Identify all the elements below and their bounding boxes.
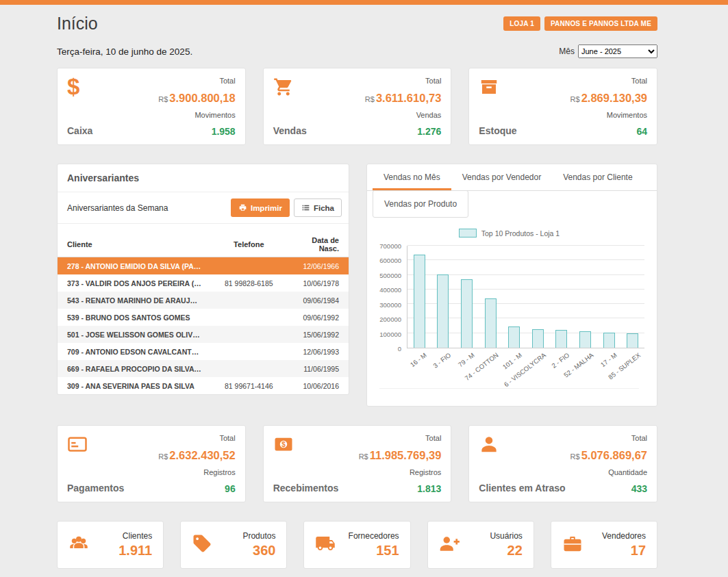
birthday-cell: 81 99828-6185 — [212, 274, 286, 292]
chart-bar[interactable] — [627, 333, 638, 348]
mini-card-vendedores: Vendedores 17 — [551, 521, 657, 569]
chart-bar[interactable] — [461, 279, 473, 348]
total-amount: R$3.611.610,73 — [365, 92, 442, 104]
stat-card-pagamentos: Pagamentos Total R$2.632.430,52 Registro… — [57, 425, 246, 502]
top-accent-bar — [0, 0, 728, 5]
truck-icon — [315, 533, 336, 556]
chart-bar[interactable] — [603, 333, 615, 348]
credit-card-icon — [67, 434, 90, 457]
count-value: 1.958 — [158, 127, 235, 136]
birthday-cell: 09/06/1992 — [286, 309, 349, 326]
chart-bar[interactable] — [437, 274, 449, 348]
stat-card-title: Recebimentos — [273, 483, 339, 493]
total-amount: R$2.632.430,52 — [158, 450, 235, 461]
birthday-row[interactable]: 543 - RENATO MARINHO DE ARAUJO (F...09/0… — [58, 292, 349, 309]
stat-card-recebimentos: $ Recebimentos Total R$11.985.769,39 Reg… — [263, 425, 452, 502]
chart-bar[interactable] — [579, 331, 591, 348]
birthday-cell: 81 99671-4146 — [212, 377, 286, 394]
sales-tabs: Vendas no Mês Vendas por Vendedor Vendas… — [367, 164, 657, 191]
total-label: Total — [359, 434, 442, 442]
count-label: Vendas — [365, 111, 442, 119]
store-badge[interactable]: LOJA 1 — [503, 16, 540, 31]
x-tick-label: 3 - FIO — [431, 351, 452, 370]
stat-card-title: Pagamentos — [67, 483, 124, 493]
mini-card-value: 151 — [349, 543, 399, 559]
count-value: 96 — [158, 484, 235, 493]
birthday-row[interactable]: 709 - ANTONIO EDSON CAVALCANTE D...12/06… — [58, 343, 349, 360]
mini-card-label: Usuários — [490, 531, 522, 541]
birthday-row[interactable]: 501 - JOSE WELISSON GOMES OLIVEIR...15/0… — [58, 326, 349, 343]
tab-vendas-por-vendedor[interactable]: Vendas por Vendedor — [451, 164, 552, 190]
money-icon: $ — [273, 434, 297, 457]
count-label: Movimentos — [158, 111, 235, 119]
dashboard: Início LOJA 1 PANNOS E PANNOS LTDA ME Te… — [57, 14, 657, 569]
mini-card-label: Produtos — [242, 531, 275, 541]
header-badges: LOJA 1 PANNOS E PANNOS LTDA ME — [503, 16, 657, 31]
birthday-row[interactable]: 539 - BRUNO DOS SANTOS GOMES09/06/1992 — [58, 309, 349, 326]
top-stats-row: $ Caixa Total R$3.900.800,18 Movimentos … — [57, 68, 657, 145]
birthday-row[interactable]: 309 - ANA SEVERINA PAES DA SILVA81 99671… — [58, 377, 349, 394]
sales-panel: Vendas no Mês Vendas por Vendedor Vendas… — [366, 164, 657, 407]
print-button[interactable]: Imprimir — [231, 198, 290, 217]
y-tick-label: 0 — [398, 345, 401, 352]
month-select[interactable]: June - 2025 — [578, 44, 657, 58]
total-amount: R$2.869.130,39 — [570, 92, 647, 104]
birthday-cell — [212, 360, 286, 377]
count-label: Quantidade — [570, 468, 647, 476]
chart-bar[interactable] — [414, 255, 425, 348]
col-telefone: Telefone — [212, 232, 286, 257]
count-value: 1.276 — [365, 127, 442, 136]
people-icon — [68, 533, 89, 556]
chart-bar[interactable] — [485, 298, 497, 348]
chart-title: Top 10 Produtos - Loja 1 — [481, 229, 560, 238]
x-tick-label: 79 - M — [457, 351, 476, 368]
birthday-cell: 539 - BRUNO DOS SANTOS GOMES — [58, 309, 212, 326]
chart-bar[interactable] — [508, 326, 520, 348]
count-label: Movimentos — [570, 111, 647, 119]
chart-plot-area — [407, 246, 644, 348]
ficha-button[interactable]: Ficha — [294, 198, 342, 217]
stat-card-title: Vendas — [273, 125, 307, 136]
mini-card-label: Clientes — [118, 531, 152, 541]
y-tick-label: 200000 — [379, 316, 401, 323]
chart-bars — [407, 246, 644, 348]
mini-card-value: 17 — [602, 543, 646, 559]
count-value: 433 — [570, 484, 647, 493]
y-tick-label: 400000 — [379, 286, 401, 294]
stat-card-title: Clientes em Atraso — [479, 483, 565, 493]
birthday-cell: 501 - JOSE WELISSON GOMES OLIVEIR... — [58, 326, 212, 343]
tab-vendas-por-cliente[interactable]: Vendas por Cliente — [552, 164, 643, 190]
printer-icon — [238, 203, 247, 212]
company-badge[interactable]: PANNOS E PANNOS LTDA ME — [544, 16, 657, 31]
birthday-cell: 709 - ANTONIO EDSON CAVALCANTE D... — [58, 343, 212, 360]
birthday-cell: 10/06/1978 — [286, 274, 349, 292]
chart-y-axis: 0100000200000300000400000500000600000700… — [374, 246, 407, 348]
person-icon — [479, 434, 502, 457]
chart-bar[interactable] — [532, 329, 544, 348]
chart-bar[interactable] — [555, 330, 567, 348]
tab-vendas-por-produto[interactable]: Vendas por Produto — [373, 190, 468, 218]
mini-card-value: 360 — [242, 543, 275, 559]
birthday-cell: 12/06/1966 — [286, 257, 349, 275]
birthday-cell: 09/06/1984 — [286, 292, 349, 309]
birthday-row[interactable]: 278 - ANTONIO EMIDIO DA SILVA (PALE...12… — [58, 257, 349, 275]
y-tick-label: 500000 — [379, 271, 401, 279]
summary-row: Clientes 1.911 Produtos 360 Fornecedores… — [57, 521, 657, 569]
chart-legend: Top 10 Produtos - Loja 1 — [374, 229, 644, 238]
birthday-cell — [212, 343, 286, 360]
birthday-row[interactable]: 669 - RAFAELA PROCOPIO DA SILVA CA...11/… — [58, 360, 349, 377]
y-tick-label: 100000 — [379, 330, 401, 337]
col-data-nasc: Data de Nasc. — [286, 232, 349, 257]
birthday-row[interactable]: 373 - VALDIR DOS ANJOS PEREIRA (AN...81 … — [58, 274, 349, 292]
total-amount: R$3.900.800,18 — [158, 92, 235, 104]
current-date: Terça-feira, 10 de junho de 2025. — [57, 47, 192, 57]
mini-card-value: 1.911 — [118, 543, 152, 559]
birthday-cell — [212, 326, 286, 343]
birthday-cell: 278 - ANTONIO EMIDIO DA SILVA (PALE... — [58, 257, 212, 275]
count-label: Registros — [158, 468, 235, 476]
user-plus-icon — [439, 533, 460, 556]
birthday-cell: 373 - VALDIR DOS ANJOS PEREIRA (AN... — [58, 274, 212, 292]
tab-vendas-no-mes[interactable]: Vendas no Mês — [373, 164, 451, 190]
birthday-cell — [212, 257, 286, 275]
bottom-stats-row: Pagamentos Total R$2.632.430,52 Registro… — [57, 425, 657, 502]
